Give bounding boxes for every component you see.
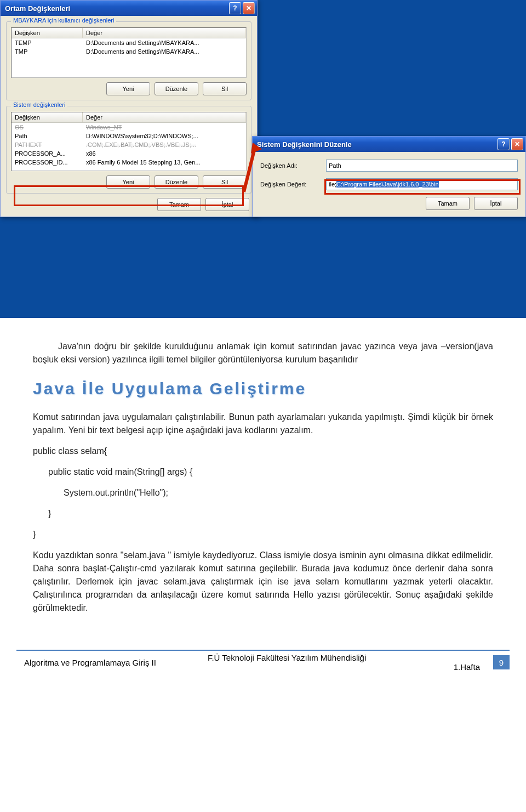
section-heading: Java İle Uygulama Geliştirme xyxy=(33,376,493,401)
help-button[interactable]: ? xyxy=(229,2,241,14)
help-button[interactable]: ? xyxy=(498,138,510,150)
document-body: Java'nın doğru bir şekilde kurulduğunu a… xyxy=(0,318,526,633)
col-header[interactable]: Değişken xyxy=(12,112,83,122)
delete-button[interactable]: Sil xyxy=(203,175,247,189)
user-vars-group: MBAYKARA için kullanıcı değişkenleri Değ… xyxy=(6,21,251,100)
list-row[interactable]: PROCESSOR_A... x86 xyxy=(12,149,246,158)
titlebar[interactable]: Sistem Değişkenini Düzenle ? ✕ xyxy=(253,137,525,152)
var-value-label: Değişken Değeri: xyxy=(260,181,326,188)
page-footer: Algoritma ve Programlamaya Giriş II F.Ü … xyxy=(16,650,510,672)
value-selection: C:\Program Files\Java\jdk1.6.0_23\bin xyxy=(336,181,438,188)
delete-button[interactable]: Sil xyxy=(203,82,247,95)
titlebar[interactable]: Ortam Değişkenleri ? ✕ xyxy=(1,1,257,16)
title-text: Sistem Değişkenini Düzenle xyxy=(255,140,496,149)
new-button[interactable]: Yeni xyxy=(106,175,150,189)
page-number: 9 xyxy=(493,655,510,669)
screenshot-region: Ortam Değişkenleri ? ✕ MBAYKARA için kul… xyxy=(0,0,526,318)
code-line: public class selam{ xyxy=(33,445,493,458)
group-legend: MBAYKARA için kullanıcı değişkenleri xyxy=(11,17,116,24)
ok-button[interactable]: Tamam xyxy=(157,198,201,211)
code-line: public static void main(String[] args) { xyxy=(33,465,493,479)
list-row[interactable]: TMP D:\Documents and Settings\MBAYKARA..… xyxy=(12,47,246,56)
code-line: } xyxy=(33,528,493,541)
close-icon: ✕ xyxy=(514,140,520,148)
list-row[interactable]: PATHEXT .COM;.EXE;.BAT;.CMD;.VBS;.VBE;.J… xyxy=(12,140,246,149)
footer-center: F.Ü Teknoloji Fakültesi Yazılım Mühendis… xyxy=(208,653,493,672)
col-header[interactable]: Değer xyxy=(83,112,246,122)
paragraph: Komut satırından java uygulamaları çalış… xyxy=(33,411,493,437)
col-header[interactable]: Değişken xyxy=(12,28,83,38)
list-row[interactable]: OS Windows_NT xyxy=(12,123,246,132)
edit-system-var-dialog: Sistem Değişkenini Düzenle ? ✕ Değişken … xyxy=(252,136,526,217)
system-vars-list[interactable]: Değişken Değer OS Windows_NT Path D:\WIN… xyxy=(11,112,247,171)
var-name-input[interactable] xyxy=(326,160,518,172)
paragraph: Kodu yazdıktan sonra "selam.java " ismiy… xyxy=(33,549,493,615)
cancel-button[interactable]: İptal xyxy=(474,197,518,210)
code-line: } xyxy=(33,507,493,520)
var-name-label: Değişken Adı: xyxy=(260,162,326,169)
system-vars-group: Sistem değişkenleri Değişken Değer OS Wi… xyxy=(6,106,251,194)
close-button[interactable]: ✕ xyxy=(243,2,255,14)
env-vars-dialog: Ortam Değişkenleri ? ✕ MBAYKARA için kul… xyxy=(0,0,258,217)
new-button[interactable]: Yeni xyxy=(106,82,150,95)
paragraph: Java'nın doğru bir şekilde kurulduğunu a… xyxy=(33,340,493,366)
var-value-input[interactable]: ile;C:\Program Files\Java\jdk1.6.0_23\bi… xyxy=(326,178,518,190)
edit-button[interactable]: Düzenle xyxy=(155,175,198,189)
ok-button[interactable]: Tamam xyxy=(426,197,470,210)
group-legend: Sistem değişkenleri xyxy=(11,101,67,108)
list-row[interactable]: PROCESSOR_ID... x86 Family 6 Model 15 St… xyxy=(12,158,246,167)
user-vars-list[interactable]: Değişken Değer TEMP D:\Documents and Set… xyxy=(11,27,247,78)
edit-button[interactable]: Düzenle xyxy=(155,82,198,95)
list-row-path[interactable]: Path D:\WINDOWS\system32;D:\WINDOWS;... xyxy=(12,132,246,140)
list-row[interactable]: TEMP D:\Documents and Settings\MBAYKARA.… xyxy=(12,38,246,47)
value-prefix: ile; xyxy=(329,181,336,188)
col-header[interactable]: Değer xyxy=(83,28,246,38)
cancel-button[interactable]: İptal xyxy=(205,198,249,211)
footer-left: Algoritma ve Programlamaya Giriş II xyxy=(16,658,208,667)
close-button[interactable]: ✕ xyxy=(511,138,523,150)
close-icon: ✕ xyxy=(246,4,251,12)
title-text: Ortam Değişkenleri xyxy=(3,4,227,13)
code-line: System.out.println("Hello"); xyxy=(33,486,493,499)
